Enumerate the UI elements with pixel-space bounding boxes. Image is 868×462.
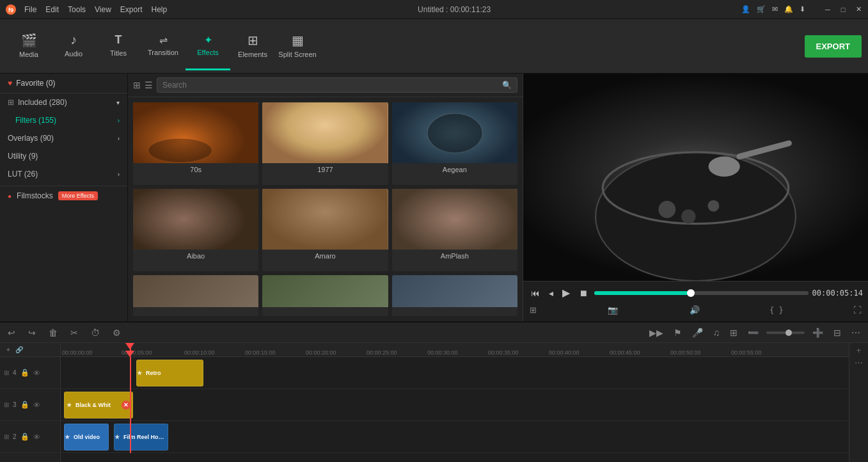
- toolbar-audio[interactable]: ♪ Audio: [51, 22, 96, 70]
- minus-button[interactable]: ➖: [745, 326, 761, 339]
- export-button[interactable]: EXPORT: [805, 35, 862, 58]
- transition-label: Transition: [148, 49, 178, 56]
- track-3-lock[interactable]: 🔒: [20, 401, 29, 409]
- track-4-lock[interactable]: 🔒: [20, 369, 29, 377]
- effect-card-partial3[interactable]: [392, 275, 517, 316]
- grid-view-icon[interactable]: ⊞: [133, 80, 141, 90]
- plus-button[interactable]: ➕: [810, 326, 826, 339]
- more-options-button[interactable]: ⋯: [849, 326, 863, 339]
- track-2-eye[interactable]: 👁: [33, 433, 40, 441]
- menu-help[interactable]: Help: [152, 5, 168, 14]
- track-label-2: ⊞ 2 🔒 👁: [0, 421, 60, 453]
- music-button[interactable]: ♫: [711, 326, 723, 339]
- effects-panel: ⊞ ☰ 🔍: [128, 74, 523, 321]
- envelope-icon[interactable]: ✉: [772, 5, 778, 13]
- effect-card-aegean[interactable]: Aegean: [392, 102, 517, 185]
- clip-retro[interactable]: ★ Retro: [136, 360, 203, 386]
- fullscreen-button[interactable]: ⛶: [852, 304, 863, 316]
- effect-card-aibao[interactable]: Aibao: [133, 189, 258, 271]
- zoom-handle: [785, 330, 792, 336]
- toolbar-splitscreen[interactable]: ▦ Split Screen: [275, 22, 320, 70]
- ruler-marks: 00:00:00:00 00:00:05:00 00:00:10:00 00:0…: [61, 343, 828, 357]
- menu-edit[interactable]: Edit: [45, 5, 59, 14]
- delete-button[interactable]: 🗑: [46, 326, 60, 339]
- marker-button[interactable]: ⚑: [671, 326, 684, 339]
- minimize-button[interactable]: ─: [823, 5, 832, 14]
- cart-icon[interactable]: 🛒: [757, 5, 766, 13]
- preview-layout-button[interactable]: ⊞: [528, 304, 538, 316]
- filmstock-section[interactable]: ● Filmstocks More Effects: [0, 186, 127, 205]
- timer-button[interactable]: ⏱: [88, 326, 102, 339]
- timeline-right-panel: + ⋯: [849, 343, 868, 462]
- effect-card-amaro[interactable]: Amaro: [262, 189, 388, 271]
- settings-button[interactable]: ⚙: [110, 326, 123, 339]
- clip-delete-button[interactable]: ✕: [122, 401, 130, 410]
- clip-bw[interactable]: ★ Black & Whit ✕: [64, 392, 133, 418]
- more-effects-badge[interactable]: More Effects: [58, 191, 98, 200]
- layout-toggle-button[interactable]: ⊟: [831, 326, 844, 339]
- link-button[interactable]: 🔗: [13, 345, 26, 354]
- zoom-slider[interactable]: [766, 331, 805, 334]
- effect-card-partial1[interactable]: [133, 275, 258, 316]
- clip-bw-star-icon: ★: [67, 402, 72, 408]
- maximize-button[interactable]: □: [839, 5, 848, 14]
- effect-name-70s: 70s: [133, 163, 258, 176]
- category-filters[interactable]: Filters (155) ›: [0, 111, 127, 129]
- speed-button[interactable]: ▶▶: [647, 326, 666, 339]
- go-to-start-button[interactable]: ⏮: [528, 287, 542, 299]
- category-overlays[interactable]: Overlays (90) ›: [0, 129, 127, 147]
- undo-button[interactable]: ↩: [5, 326, 18, 339]
- toolbar-effects[interactable]: ✦ Effects: [185, 22, 230, 70]
- effect-card-partial2[interactable]: [262, 275, 388, 316]
- category-utility[interactable]: Utility (9): [0, 147, 127, 165]
- window-controls: 👤 🛒 ✉ 🔔 ⬇ ─ □ ✕: [741, 5, 863, 14]
- menu-tools[interactable]: Tools: [68, 5, 86, 14]
- clip-filmreel[interactable]: ★ Film Reel Horiz...: [114, 424, 168, 450]
- timeline-right-btn2[interactable]: ⋯: [855, 358, 863, 367]
- redo-button[interactable]: ↪: [26, 326, 38, 339]
- bell-icon[interactable]: 🔔: [784, 5, 793, 13]
- effect-card-70s[interactable]: 70s: [133, 102, 258, 185]
- menu-export[interactable]: Export: [120, 5, 143, 14]
- category-lut[interactable]: LUT (26) ›: [0, 165, 127, 183]
- clip-retro-label: Retro: [143, 370, 164, 376]
- toolbar-media[interactable]: 🎬 Media: [6, 22, 51, 70]
- timeline-main[interactable]: 00:00:00:00 00:00:05:00 00:00:10:00 00:0…: [61, 343, 849, 462]
- play-button[interactable]: ▶: [560, 285, 572, 300]
- volume-button[interactable]: 🔊: [688, 304, 701, 316]
- track-3-eye[interactable]: 👁: [33, 401, 40, 409]
- close-button[interactable]: ✕: [854, 5, 863, 14]
- progress-handle[interactable]: [687, 289, 695, 297]
- effect-thumb-aibao: [133, 189, 258, 250]
- screenshot-button[interactable]: 📷: [606, 304, 619, 316]
- effect-card-amplash[interactable]: AmPlash: [392, 189, 517, 271]
- effect-card-1977[interactable]: 1977: [262, 102, 388, 185]
- menu-view-icon[interactable]: ☰: [145, 80, 153, 90]
- timeline-right-btn1[interactable]: +: [856, 346, 862, 355]
- toolbar-elements[interactable]: ⊞ Elements: [230, 22, 275, 70]
- chevron-right-icon2: ›: [118, 135, 120, 142]
- effect-name-amaro: Amaro: [262, 250, 388, 262]
- menu-file[interactable]: File: [24, 5, 36, 14]
- clip-old-video[interactable]: ★ Old video: [64, 424, 109, 450]
- toolbar-titles[interactable]: T Titles: [96, 22, 141, 70]
- category-included[interactable]: ⊞ Included (280) ▾: [0, 93, 127, 111]
- cut-button[interactable]: ✂: [68, 326, 81, 339]
- search-input[interactable]: [162, 81, 500, 90]
- menu-view[interactable]: View: [95, 5, 111, 14]
- download-icon[interactable]: ⬇: [800, 5, 805, 13]
- step-back-button[interactable]: ◂: [546, 287, 556, 299]
- clip-filmreel-label: Film Reel Horiz...: [121, 434, 168, 440]
- stop-button[interactable]: ⏹: [576, 287, 590, 299]
- track-2-lock[interactable]: 🔒: [20, 433, 29, 441]
- pip-button[interactable]: ⊞: [727, 326, 740, 339]
- favorite-section[interactable]: ♥ Favorite (0): [0, 74, 127, 93]
- add-track-button[interactable]: +: [4, 345, 13, 354]
- progress-bar[interactable]: [594, 291, 809, 295]
- toolbar-transition[interactable]: ⇌ Transition: [141, 22, 185, 70]
- playhead-triangle-top: [125, 343, 134, 349]
- track-4-eye[interactable]: 👁: [33, 369, 40, 377]
- user-icon[interactable]: 👤: [741, 5, 750, 13]
- timeline: ↩ ↪ 🗑 ✂ ⏱ ⚙ ▶▶ ⚑ 🎤 ♫ ⊞ ➖ ➕ ⊟ ⋯ +: [0, 321, 868, 462]
- mic-button[interactable]: 🎤: [690, 326, 706, 339]
